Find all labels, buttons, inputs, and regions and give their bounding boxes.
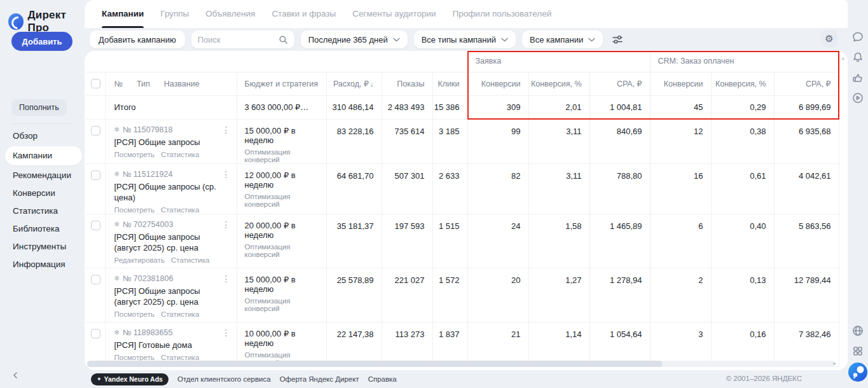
lead-rate-value: 3,11 (528, 163, 589, 214)
col-header-budget[interactable]: Бюджет и стратегия (237, 72, 326, 95)
sidebar-item-information[interactable]: Информация (0, 256, 85, 274)
col-header-clicks[interactable]: Клики (432, 72, 467, 95)
totals-check-cell (86, 95, 105, 119)
col-header-crm-conversions[interactable]: Конверсии (650, 72, 711, 95)
thumbs-up-icon (851, 71, 864, 84)
tab-bids-phrases[interactable]: Ставки и фразы (272, 0, 336, 28)
campaign-action-link-2[interactable]: Статистика (161, 151, 199, 158)
campaign-type-dropdown[interactable]: Все типы кампаний (414, 31, 516, 48)
horizontal-scroll-right-arrow[interactable]: ▸ (833, 360, 836, 366)
campaign-action-link-1[interactable]: Посмотреть (114, 206, 155, 214)
row-checkbox[interactable] (91, 126, 100, 135)
campaign-name[interactable]: [РСЯ] Общие запросы (август 2025) ср. це… (114, 286, 230, 307)
select-all-checkbox[interactable] (91, 79, 100, 88)
col-header-name[interactable]: №ТипНазвание (105, 72, 237, 95)
row-menu-button[interactable]: ⋮ (222, 125, 231, 134)
col-header-spend[interactable]: Расход, ₽↓ (326, 72, 382, 95)
lead-cpa-value: 1 465,89 (589, 214, 650, 268)
campaign-name[interactable]: [РСЯ] Готовые дома (114, 340, 230, 350)
impressions-value: 221 027 (382, 268, 432, 322)
campaign-action-link-1[interactable]: Редактировать (114, 256, 165, 264)
offer-link[interactable]: Оферта Яндекс Директ (280, 375, 359, 383)
horizontal-scrollbar-thumb[interactable] (87, 361, 663, 367)
sidebar-item-recommendations[interactable]: Рекомендации (0, 167, 85, 184)
campaign-action-link-2[interactable]: Статистика (161, 310, 199, 318)
campaign-number-line: ✻ № 702381806 (114, 274, 230, 283)
row-checkbox[interactable] (91, 329, 100, 338)
add-button[interactable]: Добавить (11, 32, 72, 51)
campaign-name[interactable]: [РСЯ] Общие запросы (ср. цена) (114, 181, 230, 203)
campaign-action-link-1[interactable]: Посмотреть (114, 151, 155, 158)
row-checkbox[interactable] (91, 221, 100, 230)
campaign-name[interactable]: [РСЯ] Общие запросы (август 2025) ср. це… (114, 232, 230, 253)
sidebar-item-tools[interactable]: Инструменты (0, 238, 85, 256)
sidebar-item-statistics[interactable]: Статистика (0, 202, 85, 220)
help-link[interactable]: Справка (368, 375, 397, 383)
row-checkbox[interactable] (91, 275, 100, 284)
campaign-filter-dropdown[interactable]: Все кампании (522, 31, 603, 48)
crm-rate-value: 0,40 (711, 214, 774, 268)
campaign-number-line: ✻ № 115079818 (114, 125, 230, 134)
sidebar-item-campaigns[interactable]: Кампании (5, 146, 82, 165)
campaign-action-link-2[interactable]: Статистика (161, 206, 199, 214)
tab-ads[interactable]: Объявления (205, 0, 255, 28)
campaign-actions: Редактировать Статистика (114, 256, 230, 264)
toolbar: Добавить кампанию Последние 365 дней Все… (85, 28, 848, 51)
search-icon[interactable] (279, 35, 288, 45)
sidebar-item-overview[interactable]: Обзор (0, 127, 85, 145)
globe-icon (851, 324, 864, 337)
neuro-ads-label: Yandex Neuro Ads (104, 375, 163, 383)
row-menu-button[interactable]: ⋮ (222, 220, 231, 229)
chat-button[interactable] (850, 29, 865, 45)
col-header-lead-cpa[interactable]: CPA, ₽ (589, 72, 650, 95)
tab-user-profiles[interactable]: Профили пользователей (453, 0, 552, 28)
campaign-action-link-2[interactable]: Статистика (171, 256, 209, 264)
col-header-crm-rate[interactable]: Конверсия, % (711, 72, 774, 95)
campaign-name-cell: ✻ № 702381806 ⋮ [РСЯ] Общие запросы (авг… (105, 268, 237, 322)
row-menu-button[interactable]: ⋮ (222, 170, 231, 179)
spend-value: 22 147,38 (326, 322, 382, 366)
client-service-link[interactable]: Отдел клиентского сервиса (177, 375, 271, 383)
tab-campaigns[interactable]: Кампании (102, 0, 144, 28)
budget-value: 15 000,00 ₽ в неделю (245, 275, 320, 294)
col-header-lead-conversions[interactable]: Конверсии (467, 72, 528, 95)
filters-settings-button[interactable] (609, 31, 626, 48)
row-menu-button[interactable]: ⋮ (222, 274, 231, 283)
campaign-name[interactable]: [РСЯ] Общие запросы (114, 137, 230, 148)
sidebar-item-conversions[interactable]: Конверсии (0, 184, 85, 202)
language-button[interactable] (850, 323, 865, 338)
app-logo[interactable]: Директ Про (8, 9, 85, 34)
add-campaign-button[interactable]: Добавить кампанию (90, 31, 185, 48)
crm-cpa-value: 6 935,68 (774, 119, 839, 163)
video-tutorials-button[interactable] (850, 90, 865, 106)
apps-grid-button[interactable] (850, 343, 865, 359)
notifications-button[interactable] (850, 50, 865, 65)
topup-button[interactable]: Пополнить (11, 99, 67, 116)
search-input[interactable] (198, 35, 279, 45)
tab-audience-segments[interactable]: Сегменты аудитории (352, 0, 436, 28)
col-header-lead-rate[interactable]: Конверсия, % (528, 72, 589, 95)
col-header-impressions[interactable]: Показы (382, 72, 432, 95)
neuro-ads-badge[interactable]: ✦ Yandex Neuro Ads (91, 373, 169, 385)
campaign-action-link-1[interactable]: Посмотреть (114, 310, 155, 318)
date-range-dropdown[interactable]: Последние 365 дней (301, 31, 408, 48)
vertical-scroll-up-arrow[interactable]: ▴ (841, 55, 844, 61)
tab-groups[interactable]: Группы (160, 0, 189, 28)
campaign-action-link-1[interactable]: Посмотреть (114, 354, 155, 361)
strategy-value: Оптимизация конверсий (245, 297, 320, 312)
table-settings-button[interactable]: ⚙ (821, 31, 837, 47)
campaign-action-link-2[interactable]: Статистика (161, 354, 199, 361)
yandex-messenger-icon (848, 363, 867, 382)
horizontal-scrollbar[interactable]: ▸ (87, 361, 835, 367)
campaign-row: ✻ № 702381806 ⋮ [РСЯ] Общие запросы (авг… (86, 268, 839, 322)
impressions-value: 113 273 (382, 322, 432, 366)
lead-conversions-value: 99 (467, 119, 528, 163)
support-chat-fab[interactable] (848, 363, 867, 382)
row-menu-button[interactable]: ⋮ (222, 328, 231, 337)
col-header-crm-cpa[interactable]: CPA, ₽ (774, 72, 839, 95)
like-button[interactable] (850, 70, 865, 85)
sidebar-item-library[interactable]: Библиотека (0, 220, 85, 238)
row-checkbox[interactable] (91, 170, 100, 180)
collapse-sidebar-button[interactable] (9, 369, 22, 382)
search-box[interactable] (191, 31, 294, 48)
